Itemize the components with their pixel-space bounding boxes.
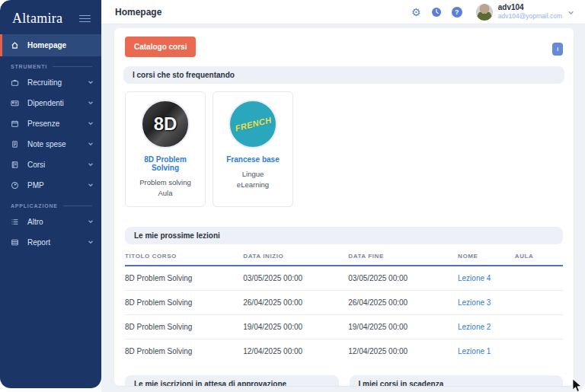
sidebar-section-applicazione: APPLICAZIONE (0, 196, 101, 212)
id-card-icon (11, 99, 22, 107)
chevron-down-icon (88, 99, 94, 107)
content-card: Catalogo corsi i I corsi che sto frequen… (114, 28, 574, 386)
username: adv104 (498, 3, 562, 12)
chevron-down-icon (88, 161, 94, 169)
attending-section-title: I corsi che sto frequentando (123, 66, 564, 84)
course-category: Lingue (242, 170, 264, 178)
main-content: Catalogo corsi i I corsi che sto frequen… (101, 24, 585, 392)
user-menu[interactable]: adv104 adv104@yopmail.com (476, 3, 574, 20)
sidebar-item-altro[interactable]: Altro (0, 212, 101, 232)
expiring-courses-panel: I miei corsi in scadenza CORSO DATA SCAD… (350, 375, 564, 386)
calendar-icon (11, 120, 22, 128)
lesson-link[interactable]: Lezione 1 (458, 339, 515, 364)
chevron-down-icon (88, 120, 94, 128)
history-clock-icon[interactable] (431, 6, 443, 18)
info-button[interactable]: i (552, 43, 563, 56)
list-icon (11, 218, 22, 226)
col-nome: NOME (458, 246, 515, 266)
col-aula: AULA (515, 246, 563, 266)
lessons-table: TITOLO CORSO DATA INIZIO DATA FINE NOME … (125, 246, 563, 363)
sidebar-item-pmp[interactable]: PMP (0, 175, 101, 196)
catalogo-corsi-button[interactable]: Catalogo corsi (125, 37, 196, 57)
course-image-french: FRENCH (229, 100, 277, 148)
sidebar-item-presenze[interactable]: Presenze (0, 113, 101, 134)
app-window: Altamira Homepage STRUMENTI Recruiting D… (0, 0, 585, 392)
user-avatar (476, 4, 493, 21)
table-row: 8D Problem Solving 26/04/2025 00:00 26/0… (125, 291, 563, 315)
lesson-link[interactable]: Lezione 4 (458, 266, 515, 291)
expiring-section-title: I miei corsi in scadenza (350, 375, 564, 386)
course-category: Problem solving (139, 178, 191, 186)
table-row: 8D Problem Solving 19/04/2025 00:00 19/0… (125, 315, 563, 339)
pending-section-title: Le mie iscrizioni in attesa di approvazi… (125, 375, 339, 386)
sidebar-item-dipendenti[interactable]: Dipendenti (0, 93, 101, 113)
sidebar-item-homepage[interactable]: Homepage (0, 34, 101, 56)
report-rows-icon (11, 238, 22, 247)
table-row: 8D Problem Solving 12/04/2025 00:00 12/0… (125, 339, 563, 364)
course-title-link[interactable]: Francese base (226, 155, 280, 164)
sidebar-item-report[interactable]: Report (0, 232, 101, 253)
altamira-logo: Altamira (12, 11, 62, 27)
home-icon (11, 41, 22, 49)
top-header: Homepage ⚙ ? adv104 adv104@yopmail.com (101, 0, 585, 24)
pending-enrollments-panel: Le mie iscrizioni in attesa di approvazi… (125, 375, 339, 386)
table-row: 8D Problem Solving 03/05/2025 00:00 03/0… (125, 266, 563, 291)
help-question-icon[interactable]: ? (452, 7, 462, 18)
course-type: Aula (158, 189, 172, 197)
sidebar-section-strumenti: STRUMENTI (0, 56, 101, 72)
col-data-inizio: DATA INIZIO (243, 246, 348, 266)
course-card-8d[interactable]: 8D 8D Problem Solving Problem solving Au… (125, 91, 206, 207)
briefcase-icon (11, 78, 22, 87)
course-title-link[interactable]: 8D Problem Solving (130, 155, 200, 172)
hamburger-menu-icon[interactable] (79, 13, 91, 24)
sidebar-item-note-spese[interactable]: Note spese (0, 134, 101, 155)
chevron-down-icon (88, 78, 94, 87)
col-titolo-corso: TITOLO CORSO (125, 246, 243, 266)
user-email: adv104@yopmail.com (498, 12, 562, 20)
settings-gear-icon[interactable]: ⚙ (411, 6, 422, 18)
sidebar-item-corsi[interactable]: Corsi (0, 155, 101, 175)
col-data-fine: DATA FINE (348, 246, 458, 266)
chevron-down-icon (88, 140, 94, 148)
lesson-link[interactable]: Lezione 3 (458, 291, 515, 315)
receipt-icon (11, 140, 22, 148)
chevron-down-icon (88, 238, 94, 247)
sidebar-item-label: Homepage (22, 41, 94, 49)
course-type: eLearning (237, 180, 269, 189)
chevron-down-icon (567, 5, 574, 19)
sidebar: Altamira Homepage STRUMENTI Recruiting D… (0, 0, 101, 388)
lessons-section-title: Le mie prossime lezioni (125, 227, 563, 244)
book-icon (11, 161, 22, 169)
course-card-french[interactable]: FRENCH Francese base Lingue eLearning (213, 91, 293, 207)
sidebar-item-recruiting[interactable]: Recruiting (0, 72, 101, 93)
chevron-down-icon (88, 181, 94, 190)
gauge-clock-icon (11, 181, 22, 190)
page-title: Homepage (115, 7, 411, 18)
mouse-cursor (571, 378, 583, 392)
course-image-8d: 8D (141, 100, 190, 148)
chevron-down-icon (88, 218, 94, 226)
lesson-link[interactable]: Lezione 2 (458, 315, 515, 339)
